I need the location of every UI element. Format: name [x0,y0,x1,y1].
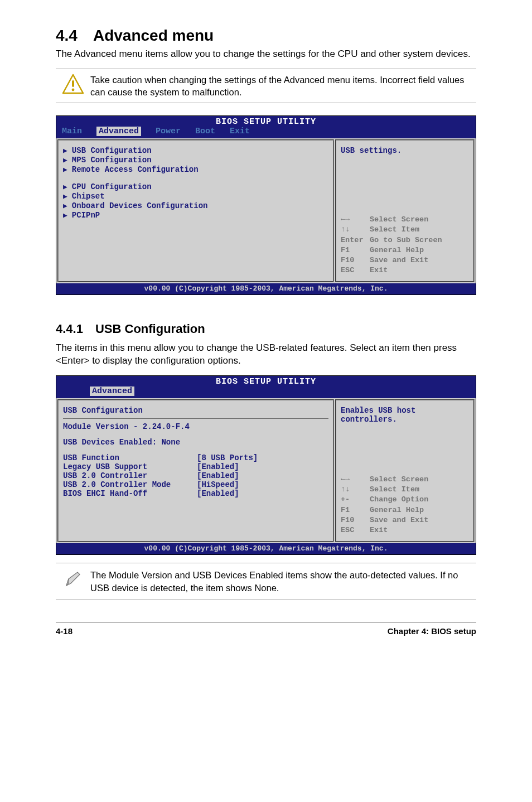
key: F10 [341,515,370,525]
subsection-title: USB Configuration [95,322,205,336]
bios-settings-pane: USB Configuration Module Version - 2.24.… [57,399,334,542]
menu-item[interactable]: ▶CPU Configuration [63,182,328,191]
setting-label: BIOS EHCI Hand-Off [63,489,197,498]
setting-row[interactable]: USB Function[8 USB Ports] [63,453,328,462]
bios-key-legend: ←→Select Screen ↑↓Select Item +-Change O… [341,475,469,535]
section-intro: The Advanced menu items allow you to cha… [56,48,476,61]
setting-label: USB 2.0 Controller [63,471,197,480]
setting-row[interactable]: BIOS EHCI Hand-Off[Enabled] [63,489,328,498]
subsection-heading: 4.4.1 USB Configuration [56,322,476,336]
menu-item-label: Remote Access Configuration [72,165,199,174]
key-desc: Select Screen [370,475,428,485]
submenu-arrow-icon: ▶ [63,201,67,210]
caution-icon [56,74,90,95]
tab-boot[interactable]: Boot [195,127,215,136]
menu-item[interactable]: ▶MPS Configuration [63,156,328,165]
menu-item[interactable]: ▶Remote Access Configuration [63,165,328,174]
setting-row[interactable]: Legacy USB Support[Enabled] [63,462,328,471]
section-heading: 4.4Advanced menu [56,27,476,45]
setting-label: USB Function [63,453,197,462]
bios-advanced-menu: BIOS SETUP UTILITY Main Advanced Power B… [56,115,476,295]
subsection-number: 4.4.1 [56,322,83,336]
key-desc: Go to Sub Screen [370,235,442,245]
menu-item[interactable]: ▶PCIPnP [63,211,328,220]
key-desc: Exit [370,265,388,276]
chapter-label: Chapter 4: BIOS setup [388,626,476,636]
setting-row[interactable]: USB 2.0 Controller[Enabled] [63,471,328,480]
page-footer: 4-18 Chapter 4: BIOS setup [56,622,476,636]
setting-value: [8 USB Ports] [197,453,258,462]
bios-copyright: v00.00 (C)Copyright 1985-2003, American … [56,283,476,294]
key: ESC [341,265,370,276]
usb-devices-enabled: USB Devices Enabled: None [63,438,328,447]
bios-key-legend: ←→Select Screen ↑↓Select Item EnterGo to… [341,215,469,276]
submenu-arrow-icon: ▶ [63,165,67,174]
key: ESC [341,525,370,535]
menu-item-label: PCIPnP [72,211,100,220]
menu-item-label: Chipset [72,192,105,201]
caution-text: Take caution when changing the settings … [90,74,476,99]
svg-point-2 [72,89,75,91]
tab-power[interactable]: Power [156,127,181,136]
key-desc: General Help [370,245,424,255]
setting-label: Legacy USB Support [63,462,197,471]
key: F10 [341,255,370,265]
tab-exit[interactable]: Exit [230,127,250,136]
menu-item[interactable]: ▶USB Configuration [63,146,328,155]
key-desc: Change Option [370,495,428,505]
section-number: 4.4 [56,27,78,44]
submenu-arrow-icon: ▶ [63,146,67,155]
setting-value: [HiSpeed] [197,480,239,489]
menu-item[interactable]: ▶Onboard Devices Configuration [63,201,328,210]
key: F1 [341,505,370,515]
tab-advanced[interactable]: Advanced [96,127,141,136]
submenu-arrow-icon: ▶ [63,211,67,220]
bios-menu-list: ▶USB Configuration ▶MPS Configuration ▶R… [57,139,334,282]
setting-label: USB 2.0 Controller Mode [63,480,197,489]
note-text: The Module Version and USB Devices Enabl… [90,569,476,594]
key-desc: Select Item [370,225,419,235]
module-version: Module Version - 2.24.0-F.4 [63,422,328,431]
key-desc: Save and Exit [370,255,428,265]
menu-item-label: CPU Configuration [72,182,152,191]
setting-value: [Enabled] [197,462,239,471]
key: Enter [341,235,370,245]
bios-help-text: USB settings. [341,146,469,155]
key: ←→ [341,215,370,225]
bios-usb-config: BIOS SETUP UTILITY Advanced USB Configur… [56,375,476,555]
key: ↑↓ [341,225,370,235]
submenu-arrow-icon: ▶ [63,192,67,201]
key-desc: Select Screen [370,215,428,225]
key-desc: Exit [370,525,388,535]
bios-help-text: Enables USB host controllers. [341,406,469,424]
menu-item-label: Onboard Devices Configuration [72,201,208,210]
setting-value: [Enabled] [197,489,239,498]
bios-tabs: Advanced [56,386,476,398]
bios-help-pane: USB settings. ←→Select Screen ↑↓Select I… [335,139,475,282]
key: ←→ [341,475,370,485]
bios-copyright: v00.00 (C)Copyright 1985-2003, American … [56,543,476,554]
tab-advanced[interactable]: Advanced [90,386,134,396]
svg-rect-1 [72,80,74,87]
key-desc: Select Item [370,485,419,495]
caution-box: Take caution when changing the settings … [56,69,476,104]
key: +- [341,495,370,505]
setting-value: [Enabled] [197,471,239,480]
bios-title: BIOS SETUP UTILITY [56,116,476,127]
bios-tabs: Main Advanced Power Boot Exit [56,127,476,138]
menu-item[interactable]: ▶Chipset [63,192,328,201]
page-number: 4-18 [56,626,72,636]
menu-item-label: MPS Configuration [72,156,152,165]
key-desc: Save and Exit [370,515,428,525]
key: F1 [341,245,370,255]
bios-help-pane: Enables USB host controllers. ←→Select S… [335,399,475,542]
tab-main[interactable]: Main [62,127,82,136]
note-icon [56,569,90,589]
section-title: Advanced menu [93,27,214,44]
setting-row[interactable]: USB 2.0 Controller Mode[HiSpeed] [63,480,328,489]
key: ↑↓ [341,485,370,495]
bios-title: BIOS SETUP UTILITY [56,376,476,386]
menu-item-label: USB Configuration [72,146,152,155]
submenu-arrow-icon: ▶ [63,156,67,165]
submenu-arrow-icon: ▶ [63,182,67,191]
